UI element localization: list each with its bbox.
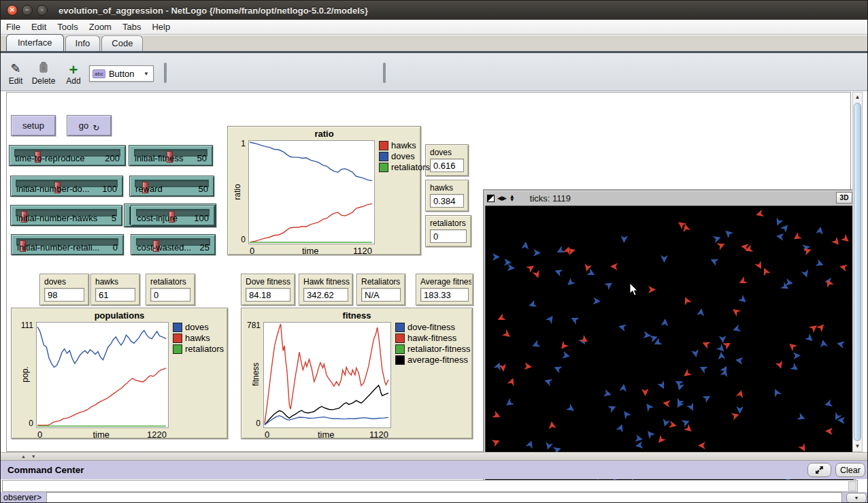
dove-turtle [635, 434, 644, 443]
vertical-resize-icon[interactable]: ▲▼ [510, 195, 515, 201]
command-input[interactable] [46, 492, 842, 503]
dove-turtle [562, 351, 571, 360]
series-hawks [250, 204, 372, 242]
menu-bar: FileEditToolsZoomTabsHelp [1, 20, 868, 35]
monitor-value: 183.33 [420, 288, 469, 302]
axis-label: 0 [265, 429, 269, 440]
menu-tabs[interactable]: Tabs [117, 20, 146, 33]
clear-button[interactable]: Clear [835, 463, 865, 477]
delete-widget-button[interactable]: Delete [29, 61, 58, 86]
monitor-value: 61 [95, 288, 135, 302]
slider-reward[interactable]: reward50 [129, 176, 214, 197]
monitor-label: doves [44, 277, 87, 287]
legend-label: hawks [185, 333, 210, 343]
legend-label: retaliator-fitness [407, 344, 470, 354]
slider-initial-number-hawks[interactable]: initial-number-hawks5 [10, 205, 122, 226]
edit-label: Edit [9, 76, 23, 86]
dove-turtle [618, 323, 627, 331]
dove-turtle [544, 442, 553, 451]
menu-file[interactable]: File [1, 20, 26, 33]
dove-turtle [521, 241, 529, 249]
plot-area [248, 140, 375, 244]
axis-label: 1220 [147, 429, 167, 440]
plot-title: populations [12, 310, 227, 321]
monitor-doves: doves0.616 [425, 144, 469, 176]
dove-turtle [553, 267, 563, 276]
slider-value: 50 [197, 153, 207, 163]
legend-item: retaliators [173, 344, 231, 354]
slider-label: cost-wasted... [137, 242, 191, 253]
close-icon[interactable]: ✕ [7, 5, 18, 16]
hawk-turtle [792, 232, 802, 242]
monitor-label: Retaliators [361, 277, 403, 287]
axis-label: 1120 [369, 429, 388, 440]
menu-help[interactable]: Help [146, 20, 176, 33]
maximize-icon[interactable]: ▫ [37, 5, 48, 16]
observer-prompt: observer> [3, 493, 41, 502]
slider-cost-injure[interactable]: cost-injure100 [131, 205, 215, 226]
plot-legend: dove-fitnesshawk-fitnessretaliator-fitne… [395, 322, 475, 366]
dove-turtle [723, 228, 734, 239]
minimize-icon[interactable]: − [22, 5, 33, 16]
horizontal-resize-icon[interactable]: ◀▶ [497, 197, 507, 200]
command-center-title: Command Center [7, 465, 84, 475]
vertical-scrollbar[interactable]: ▲ ▼ [852, 92, 863, 452]
edit-widget-button[interactable]: ✎ Edit [5, 61, 27, 86]
slider-time-to-reproduce[interactable]: time-to-reproduce200 [9, 145, 126, 166]
go-button[interactable]: go ↻ [67, 115, 112, 136]
widget-type-dropdown[interactable]: abc Button ▼ [89, 65, 154, 82]
slider-initial-number-retali[interactable]: initial-number-retali...0 [11, 234, 124, 255]
command-center-splitter[interactable]: ▲ ▼ [1, 452, 868, 461]
menu-edit[interactable]: Edit [26, 20, 52, 33]
monitor-label: doves [430, 148, 467, 157]
slider-initial-number-do[interactable]: initial-number-do...100 [10, 176, 123, 197]
slider-cost-wasted[interactable]: cost-wasted...25 [131, 234, 216, 255]
hawk-turtle [755, 210, 765, 219]
scroll-down-icon[interactable]: ▼ [853, 442, 862, 451]
monitor-label: retaliators [430, 218, 469, 228]
plot-legend: doveshawksretaliators [173, 322, 231, 355]
diagonal-arrows-icon [815, 466, 824, 474]
menu-tools[interactable]: Tools [52, 20, 83, 33]
monitor-retaliators: retaliators0 [425, 215, 471, 247]
history-dropdown-button[interactable]: ▼ [846, 493, 867, 503]
tab-info[interactable]: Info [65, 35, 101, 51]
dove-turtle [801, 270, 811, 279]
dove-turtle [592, 297, 601, 305]
command-center-output [2, 480, 858, 492]
command-center-detach-button[interactable] [807, 463, 831, 477]
hawk-turtle [656, 435, 666, 445]
netlogo-window: ✕ − ▫ evolution_of_aggression - NetLogo … [0, 0, 868, 503]
hawk-turtle [682, 295, 692, 306]
axis-label: pop. [20, 366, 30, 382]
dove-turtle [702, 393, 712, 403]
scroll-up-icon[interactable]: ▲ [853, 93, 862, 102]
monitor-retaliators: RetaliatorsN/A [356, 274, 405, 306]
slider-value: 50 [199, 184, 208, 194]
axis-label: 0 [250, 246, 254, 256]
3d-button[interactable]: 3D [836, 192, 852, 204]
tab-interface[interactable]: Interface [6, 34, 64, 51]
splitter-arrows-icon[interactable]: ▲ ▼ [21, 454, 38, 459]
axis-label: time [93, 429, 110, 440]
setup-button[interactable]: setup [11, 115, 56, 136]
toolbar-separator [383, 63, 386, 83]
title-bar: ✕ − ▫ evolution_of_aggression - NetLogo … [1, 1, 868, 20]
scrollbar-thumb[interactable] [854, 103, 861, 441]
monitor-hawks: hawks0.384 [425, 180, 469, 212]
menu-zoom[interactable]: Zoom [84, 20, 117, 33]
dove-turtle [797, 412, 806, 422]
output-scroll-stub[interactable] [848, 481, 856, 491]
legend-label: hawks [391, 140, 416, 150]
dove-turtle [718, 352, 726, 360]
hawk-turtle [736, 389, 746, 399]
window-title: evolution_of_aggression - NetLogo {/home… [59, 5, 368, 16]
slider-value: 100 [194, 213, 209, 223]
add-widget-button[interactable]: + Add [63, 61, 84, 86]
dove-turtle [661, 319, 669, 327]
dove-turtle [657, 380, 667, 391]
slider-initial-fitness[interactable]: initial-fitness50 [129, 145, 213, 166]
tab-code[interactable]: Code [101, 35, 143, 51]
resize-corner-icon[interactable] [487, 195, 495, 202]
series-doves [37, 327, 166, 368]
